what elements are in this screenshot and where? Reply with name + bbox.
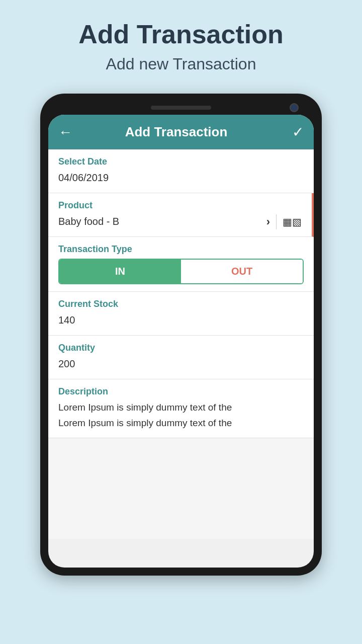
check-button[interactable]: ✓ <box>292 124 304 140</box>
toggle-out-button[interactable]: OUT <box>181 260 303 283</box>
transaction-type-label: Transaction Type <box>58 244 304 255</box>
app-bar: ← Add Transaction ✓ <box>48 115 314 149</box>
product-row: Baby food - B › ▦▧ <box>58 214 302 229</box>
empty-space <box>48 438 314 539</box>
chevron-icon[interactable]: › <box>266 215 270 228</box>
product-label: Product <box>58 200 302 211</box>
phone-screen: ← Add Transaction ✓ Select Date 04/06/20… <box>48 115 314 568</box>
current-stock-value: 140 <box>58 312 304 328</box>
form-content: Select Date 04/06/2019 Product Baby food… <box>48 149 314 539</box>
appbar-title: Add Transaction <box>60 124 292 140</box>
barcode-icon[interactable]: ▦▧ <box>283 216 302 228</box>
description-section[interactable]: Description Lorem Ipsum is simply dummy … <box>48 379 314 438</box>
transaction-type-toggle[interactable]: IN OUT <box>58 259 304 284</box>
product-value: Baby food - B <box>58 214 119 229</box>
date-section[interactable]: Select Date 04/06/2019 <box>48 149 314 193</box>
phone-camera <box>290 103 299 112</box>
date-value: 04/06/2019 <box>58 170 304 186</box>
phone-container: ← Add Transaction ✓ Select Date 04/06/20… <box>40 94 322 576</box>
page-title: Add Transaction <box>78 20 283 49</box>
quantity-label: Quantity <box>58 343 304 353</box>
description-label: Description <box>58 386 304 397</box>
quantity-value: 200 <box>58 356 304 372</box>
current-stock-section: Current Stock 140 <box>48 292 314 336</box>
current-stock-label: Current Stock <box>58 299 304 309</box>
page-header: Add Transaction Add new Transaction <box>68 0 293 84</box>
phone-notch <box>48 102 314 115</box>
date-label: Select Date <box>58 156 304 167</box>
description-value: Lorem Ipsum is simply dummy text of the … <box>58 400 304 431</box>
product-icons: › ▦▧ <box>266 214 302 229</box>
description-line1: Lorem Ipsum is simply dummy text of the <box>58 400 304 415</box>
page-subtitle: Add new Transaction <box>78 55 283 73</box>
phone-speaker <box>151 106 211 110</box>
product-section[interactable]: Product Baby food - B › ▦▧ <box>48 193 314 237</box>
transaction-type-section: Transaction Type IN OUT <box>48 237 314 292</box>
icon-divider <box>276 214 277 229</box>
description-line2: Lorem Ipsum is simply dummy text of the <box>58 416 304 431</box>
toggle-in-button[interactable]: IN <box>59 260 181 283</box>
quantity-section[interactable]: Quantity 200 <box>48 336 314 379</box>
